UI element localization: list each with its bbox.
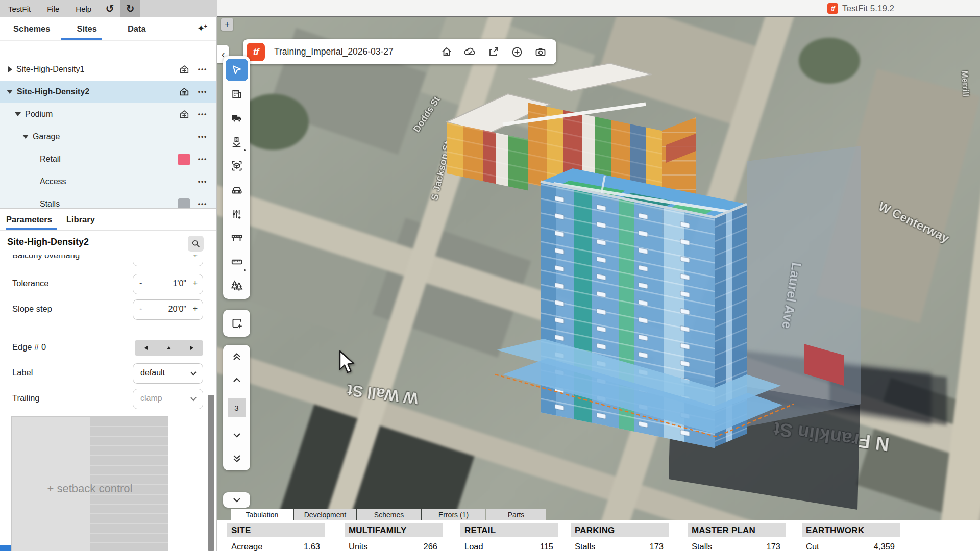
chevrons-up-icon[interactable] [232,352,242,361]
sidebar-scrollbar[interactable] [208,395,214,551]
slope-step-value[interactable]: 20'0" [168,305,186,314]
increment-button[interactable]: + [193,304,198,313]
selection-title: Site-High-Density2 [7,237,89,247]
tab-parameters[interactable]: Parameters [6,215,52,224]
chevron-up-icon[interactable] [232,377,242,383]
tab-tabulation[interactable]: Tabulation [231,509,293,520]
stat-col-masterplan: MASTER PLAN Stalls 173 [688,523,786,551]
chevron-down-icon[interactable] [232,432,242,439]
sliders-plus-icon [230,208,243,220]
select-tool-button[interactable] [226,59,248,81]
tree-row-access[interactable]: Access ••• [0,170,216,193]
add-button-topbar[interactable] [505,46,529,58]
more-options-icon[interactable]: ••• [195,178,210,185]
viewport-3d[interactable]: Dodds St S Jackson St S Franklin St W Wa… [217,17,980,551]
screenshot-button[interactable] [529,46,552,58]
label-select-value: default [140,368,165,378]
drop-building-tool-button[interactable] [226,131,248,153]
more-options-icon[interactable]: ••• [195,88,210,95]
menu-file[interactable]: File [39,0,67,17]
barrier-icon [230,231,243,244]
edge-prev-icon[interactable] [143,345,149,351]
trailing-select[interactable]: clamp [133,389,203,409]
edge-up-icon[interactable] [166,345,172,351]
focus-model-tool-button[interactable] [226,155,248,177]
undo-icon[interactable]: ↺ [100,0,120,17]
tree-row-stalls-clipped[interactable]: Stalls ••• [0,193,216,209]
param-row-balcony-overhang-clipped: Balcony overhang + [0,255,216,266]
tab-library[interactable]: Library [66,215,95,224]
stat-section-header: SITE [227,523,325,537]
edge-next-icon[interactable] [189,345,195,351]
sidebar: Schemes Sites Data ✦✦ Site-High-Density1… [0,17,217,551]
building-tool-button[interactable] [226,83,248,105]
measure-tool-button[interactable] [226,251,248,273]
tab-schemes[interactable]: Schemes [0,17,50,41]
twisty-expanded-icon[interactable] [22,135,29,139]
cloud-sync-button[interactable] [458,46,482,58]
barrier-tool-button[interactable] [226,227,248,249]
adjust-tool-button[interactable] [226,203,248,225]
menu-help[interactable]: Help [67,0,100,17]
tree-row-garage[interactable]: Garage ••• [0,126,216,148]
param-label: Slope step [12,304,52,314]
home-button[interactable] [435,46,458,58]
parking-tool-button[interactable] [226,179,248,201]
increment-button[interactable]: + [193,279,198,288]
tree-row-retail[interactable]: Retail ••• [0,148,216,170]
trailing-select-value: clamp [140,394,162,403]
slope-step-stepper[interactable]: - 20'0" + [133,299,203,320]
redo-icon[interactable]: ↻ [120,0,140,17]
export-button[interactable] [482,46,505,58]
tab-sites[interactable]: Sites [50,17,96,41]
landscape-tool-button[interactable] [226,274,248,297]
tree-row-site1[interactable]: Site-High-Density1 ••• [0,58,216,81]
retail-color-swatch[interactable] [178,154,190,165]
site-building-icon [179,86,190,97]
tab-errors[interactable]: Errors (1) [422,509,485,520]
tree-row-site2-selected[interactable]: Site-High-Density2 ••• [0,81,216,103]
tab-development[interactable]: Development [294,509,356,520]
balcony-overhang-stepper[interactable]: + [133,255,203,266]
tab-schemes-bottom[interactable]: Schemes [357,509,421,520]
decrement-button[interactable]: - [139,279,142,288]
current-floor-indicator[interactable]: 3 [228,398,246,417]
setback-control-placeholder[interactable]: + setback control [11,416,168,551]
sidebar-tabs: Schemes Sites Data ✦✦ [0,17,216,41]
chevrons-down-icon[interactable] [232,454,242,463]
decrement-button[interactable]: - [139,304,142,313]
edge-navigator[interactable] [135,340,203,356]
twisty-expanded-icon[interactable] [7,90,13,94]
building-3d-model[interactable] [217,17,980,551]
document-title[interactable]: Training_Imperial_2026-03-27 [274,46,435,57]
increment-button[interactable]: + [193,255,198,260]
truck-tool-button[interactable] [226,107,248,129]
stat-section-header: PARKING [571,523,669,537]
stalls-color-swatch[interactable] [178,198,190,209]
tree-label: Site-High-Density1 [16,65,84,74]
tolerance-stepper[interactable]: - 1'0" + [133,274,203,294]
tolerance-value[interactable]: 1'0" [173,279,186,288]
label-select[interactable]: default [133,363,203,384]
add-polygon-button[interactable] [223,310,250,337]
twisty-collapsed-icon[interactable] [8,66,12,72]
more-options-icon[interactable]: ••• [195,133,210,140]
tab-data[interactable]: Data [97,17,146,41]
more-options-icon[interactable]: ••• [195,111,210,118]
twisty-expanded-icon[interactable] [15,112,21,116]
stat-row: Load 115 [460,537,558,551]
stat-label: Cut [806,542,819,551]
more-options-icon[interactable]: ••• [195,66,210,73]
more-options-icon[interactable]: ••• [195,156,210,163]
menu-testfit[interactable]: TestFit [0,0,39,17]
search-button[interactable] [188,236,204,252]
tree-row-podium[interactable]: Podium ••• [0,103,216,126]
bottom-panel-collapse-button[interactable] [223,492,250,508]
trees-icon [230,279,243,292]
ai-sparkle-icon[interactable]: ✦✦ [197,22,209,34]
tab-parts[interactable]: Parts [486,509,546,520]
parameters-scroll-area[interactable]: Balcony overhang + Tolerance - 1'0" + Sl… [0,255,216,551]
new-view-tab-button[interactable]: + [221,18,233,31]
more-options-icon[interactable]: ••• [195,201,210,208]
tree-label: Site-High-Density2 [17,87,89,96]
